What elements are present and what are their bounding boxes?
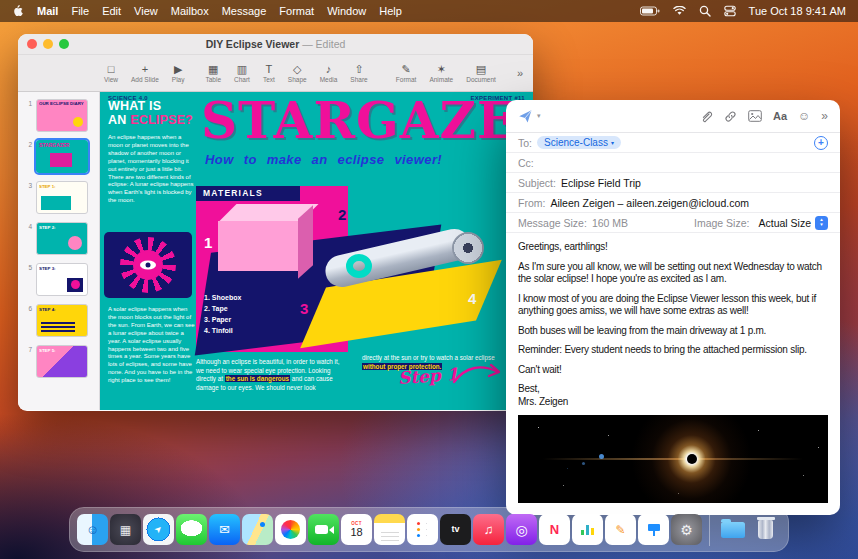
dock-system-settings[interactable]: ⚙ (671, 514, 702, 545)
link-icon[interactable] (724, 110, 737, 123)
menu-file[interactable]: File (71, 5, 89, 17)
dock-safari[interactable]: ➤ (143, 514, 174, 545)
add-slide-icon: + (142, 63, 148, 76)
zoom-button[interactable] (59, 39, 69, 49)
menu-help[interactable]: Help (379, 5, 402, 17)
dock-trash[interactable] (750, 514, 781, 545)
dock-pages[interactable]: ✎ (605, 514, 636, 545)
close-button[interactable] (27, 39, 37, 49)
finder-icon: ☺ (86, 523, 99, 536)
photo-browser-icon[interactable] (748, 110, 762, 122)
menu-window[interactable]: Window (327, 5, 366, 17)
body-paragraph: Greetings, earthlings! (518, 241, 828, 254)
tape-ring (346, 254, 372, 278)
dock-notes[interactable] (374, 514, 405, 545)
attach-icon[interactable] (700, 110, 713, 123)
dock-music[interactable]: ♫ (473, 514, 504, 545)
dock-downloads-folder[interactable] (717, 514, 748, 545)
add-slide-button[interactable]: +Add Slide (131, 63, 159, 83)
slide-row: 7STEP 5: (22, 345, 99, 378)
control-center-icon[interactable] (724, 5, 736, 17)
dock-numbers[interactable] (572, 514, 603, 545)
add-recipient-button[interactable]: + (814, 136, 828, 150)
image-size-popup-button[interactable]: ▲▼ (815, 216, 828, 230)
slide-thumbnail-4[interactable]: STEP 2: (36, 222, 88, 255)
apple-menu-icon[interactable] (12, 4, 24, 18)
format-icon[interactable]: Aa (773, 110, 787, 122)
emoji-icon[interactable]: ☺ (798, 109, 810, 123)
menu-format[interactable]: Format (279, 5, 314, 17)
dock-finder[interactable]: ☺ (77, 514, 108, 545)
dock-reminders[interactable] (407, 514, 438, 545)
slide-thumbnail-3[interactable]: STEP 1: (36, 181, 88, 214)
dock-news[interactable]: N (539, 514, 570, 545)
battery-icon[interactable] (640, 6, 660, 16)
send-button[interactable] (518, 109, 533, 124)
media-button[interactable]: ♪Media (320, 63, 338, 83)
search-icon[interactable] (699, 5, 711, 17)
slide-thumb-label: OUR ECLIPSE DIARY (39, 102, 86, 107)
keynote-titlebar[interactable]: DIY Eclipse Viewer — Edited (18, 34, 533, 55)
format-button[interactable]: ✎Format (396, 63, 417, 83)
slide-thumbnail-7[interactable]: STEP 5: (36, 345, 88, 378)
slide-solar-paragraph: A solar eclipse happens when the moon bl… (108, 306, 195, 385)
slide-thumbnail-1[interactable]: OUR ECLIPSE DIARY (36, 99, 88, 132)
send-options-chevron[interactable]: ▾ (537, 112, 541, 120)
shape-label: Shape (288, 76, 307, 83)
body-paragraph: Can't wait! (518, 364, 828, 377)
document-button[interactable]: ▤Document (466, 63, 496, 83)
toolbar-overflow-chevron[interactable]: » (517, 67, 523, 79)
slide-thumbnail-2-selected[interactable]: STARGAZER (36, 140, 88, 173)
message-body-editor[interactable]: Greetings, earthlings! As I'm sure you a… (506, 233, 840, 408)
dock-tv[interactable]: tv (440, 514, 471, 545)
body-paragraph: Both buses will be leaving from the main… (518, 325, 828, 338)
slide-canvas[interactable]: SCIENCE 4.0 EXPERIMENT #11 WHAT IS AN EC… (100, 92, 533, 410)
document-label: Document (466, 76, 496, 83)
signature-name: Mrs. Zeigen (518, 396, 828, 409)
animate-button[interactable]: ✶Animate (429, 63, 453, 83)
slide-thumbnail-5[interactable]: STEP 3: (36, 263, 88, 296)
format-icon: ✎ (401, 63, 410, 76)
minimize-button[interactable] (43, 39, 53, 49)
subject-field[interactable]: Subject: Eclipse Field Trip (506, 173, 840, 193)
menu-edit[interactable]: Edit (102, 5, 121, 17)
podcasts-icon: ◎ (515, 523, 527, 537)
toolbar-overflow-icon[interactable]: » (821, 109, 828, 123)
play-button[interactable]: ▶Play (172, 63, 185, 83)
eclipse-photo-attachment[interactable] (518, 415, 828, 503)
dock-messages[interactable] (176, 514, 207, 545)
menu-view[interactable]: View (134, 5, 158, 17)
table-button[interactable]: ▦Table (205, 63, 221, 83)
to-field[interactable]: To: Science-Class▾ + (506, 133, 840, 153)
chart-button[interactable]: ▥Chart (234, 63, 250, 83)
mail-toolbar[interactable]: ▾ Aa ☺ » (506, 100, 840, 133)
recipient-token[interactable]: Science-Class▾ (537, 136, 621, 149)
shape-icon: ◇ (293, 63, 301, 76)
dock-calendar[interactable]: OCT18 (341, 514, 372, 545)
share-button[interactable]: ⇧Share (350, 63, 367, 83)
subject-label: Subject: (518, 177, 556, 189)
dock-photos[interactable] (275, 514, 306, 545)
callout-number-2: 2 (338, 206, 346, 223)
wifi-icon[interactable] (673, 6, 686, 16)
from-field[interactable]: From: Aileen Zeigen – aileen.zeigen@iclo… (506, 193, 840, 213)
menu-mailbox[interactable]: Mailbox (171, 5, 209, 17)
menu-mail[interactable]: Mail (37, 5, 58, 17)
media-label: Media (320, 76, 338, 83)
cc-field[interactable]: Cc: (506, 153, 840, 173)
text-button[interactable]: TText (263, 63, 275, 83)
dock-keynote[interactable] (638, 514, 669, 545)
image-size-label: Image Size: (694, 217, 749, 229)
dock-mail[interactable]: ✉ (209, 514, 240, 545)
dock-facetime[interactable] (308, 514, 339, 545)
view-button[interactable]: □View (104, 63, 118, 83)
dock-launchpad[interactable]: ▦ (110, 514, 141, 545)
heading-white: AN (108, 113, 130, 127)
menu-bar-clock[interactable]: Tue Oct 18 9:41 AM (749, 5, 846, 17)
slide-title: STARGAZER (201, 92, 533, 149)
menu-message[interactable]: Message (222, 5, 267, 17)
shape-button[interactable]: ◇Shape (288, 63, 307, 83)
dock-podcasts[interactable]: ◎ (506, 514, 537, 545)
slide-thumbnail-6[interactable]: STEP 4: (36, 304, 88, 337)
dock-maps[interactable] (242, 514, 273, 545)
